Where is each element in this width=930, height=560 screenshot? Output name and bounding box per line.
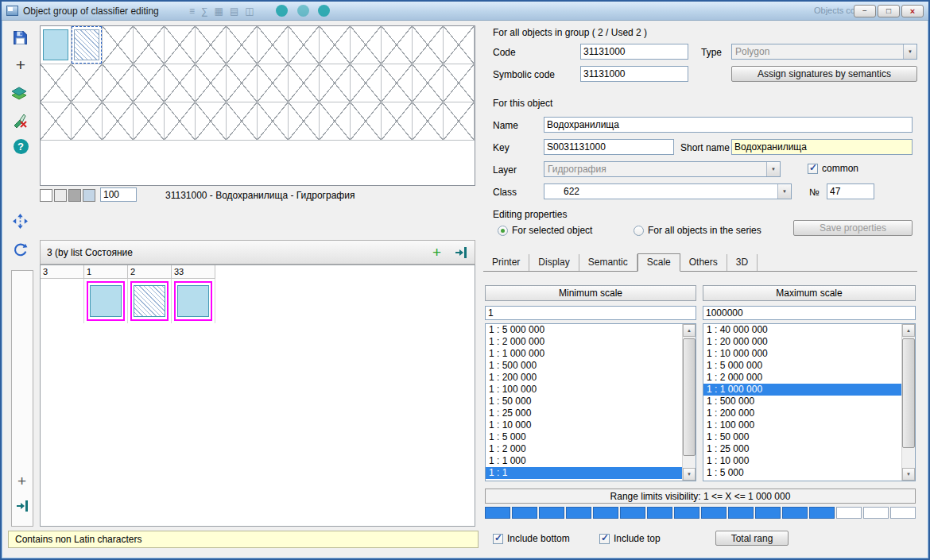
palette-cell[interactable] bbox=[165, 64, 196, 102]
tab-scale[interactable]: Scale bbox=[637, 253, 680, 272]
scale-list-item[interactable]: 1 : 100 000 bbox=[486, 384, 682, 396]
range-segment[interactable] bbox=[647, 507, 672, 519]
minimum-scale-input[interactable] bbox=[485, 306, 696, 320]
palette-cell[interactable] bbox=[444, 64, 475, 102]
range-segment[interactable] bbox=[674, 507, 699, 519]
scale-list-item[interactable]: 1 : 10 000 bbox=[486, 419, 682, 431]
palette-cell[interactable] bbox=[227, 102, 258, 141]
layer-select[interactable]: Гидрография ▼ bbox=[544, 161, 781, 177]
radio-all-series[interactable] bbox=[634, 226, 644, 236]
palette-cell[interactable] bbox=[258, 64, 289, 102]
scroll-down-icon[interactable]: ▼ bbox=[902, 468, 915, 481]
palette-cell[interactable] bbox=[289, 102, 320, 141]
scale-list-item[interactable]: 1 : 2 000 000 bbox=[703, 372, 901, 384]
palette-cell[interactable] bbox=[134, 64, 165, 102]
range-segment[interactable] bbox=[755, 507, 781, 519]
scale-list-item[interactable]: 1 : 20 000 000 bbox=[703, 336, 901, 348]
palette-cell[interactable] bbox=[351, 102, 382, 141]
add-row-button[interactable]: + bbox=[17, 473, 26, 489]
palette-cell[interactable] bbox=[134, 102, 165, 141]
scale-list-item[interactable]: 1 : 1 000 000 bbox=[703, 384, 901, 396]
range-segment[interactable] bbox=[809, 507, 835, 519]
series-cell[interactable] bbox=[84, 279, 128, 323]
refresh-button[interactable] bbox=[10, 240, 29, 259]
minimize-button[interactable]: − bbox=[854, 5, 876, 17]
maximum-scale-input[interactable] bbox=[703, 306, 916, 320]
color-swatch[interactable] bbox=[68, 189, 81, 202]
palette-cell[interactable] bbox=[134, 26, 165, 64]
range-segment[interactable] bbox=[566, 507, 591, 519]
scale-list-item[interactable]: 1 : 5 000 bbox=[486, 431, 682, 443]
color-swatch[interactable] bbox=[83, 189, 95, 202]
series-cell[interactable] bbox=[128, 279, 172, 323]
assign-signatures-button[interactable]: Assign signatures by semantics bbox=[731, 66, 917, 82]
palette-cell[interactable] bbox=[72, 26, 103, 64]
radio-selected-object[interactable] bbox=[498, 226, 508, 236]
palette-cell[interactable] bbox=[72, 102, 103, 141]
palette-cell[interactable] bbox=[320, 64, 351, 102]
add-object-button[interactable]: + bbox=[11, 56, 30, 75]
scale-list-item[interactable]: 1 : 25 000 bbox=[486, 407, 682, 419]
palette-cell[interactable] bbox=[103, 64, 134, 102]
scale-list-item[interactable]: 1 : 500 000 bbox=[703, 396, 901, 407]
symbolic-code-input[interactable] bbox=[580, 66, 688, 82]
palette-cell[interactable] bbox=[413, 26, 444, 64]
scale-list-item[interactable]: 1 : 5 000 bbox=[703, 467, 901, 479]
range-segment[interactable] bbox=[593, 507, 618, 519]
scale-list-item[interactable]: 1 : 500 000 bbox=[486, 360, 682, 372]
number-input[interactable] bbox=[827, 183, 874, 199]
insert-column-button[interactable] bbox=[454, 245, 468, 260]
scale-list-item[interactable]: 1 : 50 000 bbox=[703, 431, 901, 443]
palette-cell[interactable] bbox=[289, 26, 320, 64]
tab-display[interactable]: Display bbox=[529, 254, 579, 271]
scale-list-item[interactable]: 1 : 40 000 000 bbox=[703, 324, 901, 336]
minimum-scale-header[interactable]: Minimum scale bbox=[485, 285, 696, 301]
palette-cell[interactable] bbox=[382, 102, 413, 141]
short-name-input[interactable] bbox=[731, 139, 913, 155]
maximize-button[interactable]: □ bbox=[878, 5, 900, 17]
palette-cell[interactable] bbox=[196, 102, 227, 141]
palette-cell[interactable] bbox=[320, 102, 351, 141]
scroll-thumb[interactable] bbox=[902, 338, 915, 448]
name-input[interactable] bbox=[544, 117, 913, 133]
clear-style-button[interactable] bbox=[10, 110, 29, 129]
palette-cell[interactable] bbox=[258, 26, 289, 64]
scale-list-item[interactable]: 1 : 100 000 bbox=[703, 419, 901, 431]
palette-cell[interactable] bbox=[41, 26, 72, 64]
palette-cell[interactable] bbox=[72, 64, 103, 102]
key-input[interactable] bbox=[544, 139, 674, 155]
palette-cell[interactable] bbox=[103, 26, 134, 64]
scale-list-item[interactable]: 1 : 5 000 000 bbox=[486, 324, 682, 336]
palette-cell[interactable] bbox=[41, 64, 72, 102]
save-properties-button[interactable]: Save properties bbox=[793, 220, 913, 236]
range-segment[interactable] bbox=[620, 507, 645, 519]
color-swatch[interactable] bbox=[40, 189, 52, 202]
range-segment[interactable] bbox=[863, 507, 889, 519]
scale-list-item[interactable]: 1 : 10 000 bbox=[703, 455, 901, 467]
palette-cell[interactable] bbox=[165, 102, 196, 141]
range-segment[interactable] bbox=[512, 507, 537, 519]
palette-cell[interactable] bbox=[258, 102, 289, 141]
palette-cell[interactable] bbox=[289, 64, 320, 102]
code-input[interactable] bbox=[580, 44, 688, 60]
palette-cell[interactable] bbox=[103, 102, 134, 141]
class-select[interactable]: 622 ▼ bbox=[544, 183, 792, 199]
maximum-scale-header[interactable]: Maximum scale bbox=[703, 285, 916, 301]
include-bottom-checkbox[interactable]: ✓ bbox=[493, 534, 503, 544]
range-segment[interactable] bbox=[836, 507, 862, 519]
range-segment[interactable] bbox=[890, 507, 916, 519]
palette-cell[interactable] bbox=[382, 26, 413, 64]
palette-cell[interactable] bbox=[444, 102, 475, 141]
type-select[interactable]: Polygon ▼ bbox=[731, 44, 917, 60]
scale-list-item[interactable]: 1 : 1 000 bbox=[486, 455, 682, 467]
palette-cell[interactable] bbox=[227, 64, 258, 102]
add-series-button[interactable]: + bbox=[432, 245, 441, 261]
tab-semantic[interactable]: Semantic bbox=[579, 254, 637, 271]
palette-cell[interactable] bbox=[227, 26, 258, 64]
scale-list-item[interactable]: 1 : 10 000 000 bbox=[703, 348, 901, 360]
scroll-up-icon[interactable]: ▲ bbox=[683, 324, 696, 337]
range-segment[interactable] bbox=[728, 507, 754, 519]
palette-cell[interactable] bbox=[196, 26, 227, 64]
palette-cell[interactable] bbox=[351, 64, 382, 102]
palette-cell[interactable] bbox=[413, 102, 444, 141]
